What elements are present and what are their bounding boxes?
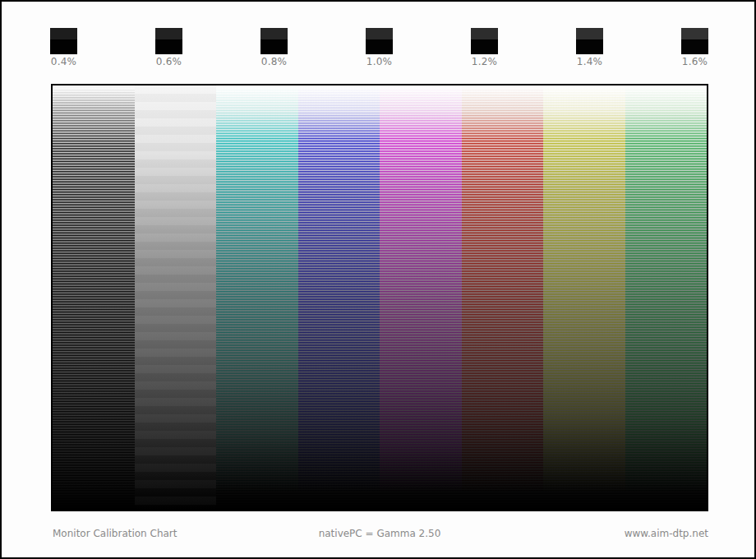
patch-label: 1.6% — [658, 56, 732, 67]
patch-label: 1.0% — [343, 56, 417, 67]
stripe-overlay-blue-stripes — [298, 85, 380, 510]
patch-lower-half — [50, 39, 77, 54]
column-red-stripes — [462, 85, 544, 510]
black-level-patch — [50, 28, 77, 54]
patch-lower-half — [471, 39, 498, 54]
patch-upper-half — [471, 28, 498, 39]
footer-website: www.aim-dtp.net — [51, 528, 708, 539]
column-gray-solid — [135, 85, 217, 510]
stripe-overlay-gray-stripes — [53, 85, 135, 510]
column-yellow-stripes — [543, 85, 625, 510]
patch-label: 0.8% — [237, 56, 311, 67]
column-magenta-stripes — [380, 85, 462, 510]
patch-label: 1.4% — [553, 56, 627, 67]
stripe-overlay-yellow-stripes — [543, 85, 625, 510]
patch-lower-half — [366, 39, 393, 54]
patch-upper-half — [576, 28, 603, 39]
calibration-chart-page: 0.4%0.6%0.8%1.0%1.2%1.4%1.6% Monitor Cal… — [0, 0, 756, 559]
patch-lower-half — [576, 39, 603, 54]
patch-upper-half — [50, 28, 77, 39]
patch-lower-half — [681, 39, 708, 54]
gamma-test-chart — [51, 84, 708, 511]
stripe-overlay-magenta-stripes — [380, 85, 462, 510]
column-cyan-stripes — [216, 85, 298, 510]
column-blue-stripes — [298, 85, 380, 510]
column-green-stripes — [625, 85, 708, 510]
black-level-patch — [366, 28, 393, 54]
black-level-patch — [260, 28, 288, 54]
patch-label: 0.4% — [27, 56, 101, 67]
patch-upper-half — [155, 28, 182, 39]
stripe-overlay-cyan-stripes — [216, 85, 298, 510]
gradient-banding — [135, 85, 217, 510]
stripe-overlay-green-stripes — [625, 85, 708, 510]
patch-lower-half — [155, 39, 182, 54]
patch-upper-half — [366, 28, 393, 39]
black-level-patch — [471, 28, 498, 54]
column-gray-stripes — [53, 85, 135, 510]
black-level-patch — [576, 28, 603, 54]
black-level-patch — [681, 28, 708, 54]
patch-upper-half — [260, 28, 288, 39]
patch-label: 1.2% — [448, 56, 522, 67]
patch-upper-half — [681, 28, 708, 39]
black-level-patch — [155, 28, 182, 54]
stripe-overlay-red-stripes — [462, 85, 544, 510]
patch-lower-half — [260, 39, 288, 54]
patch-label: 0.6% — [132, 56, 206, 67]
